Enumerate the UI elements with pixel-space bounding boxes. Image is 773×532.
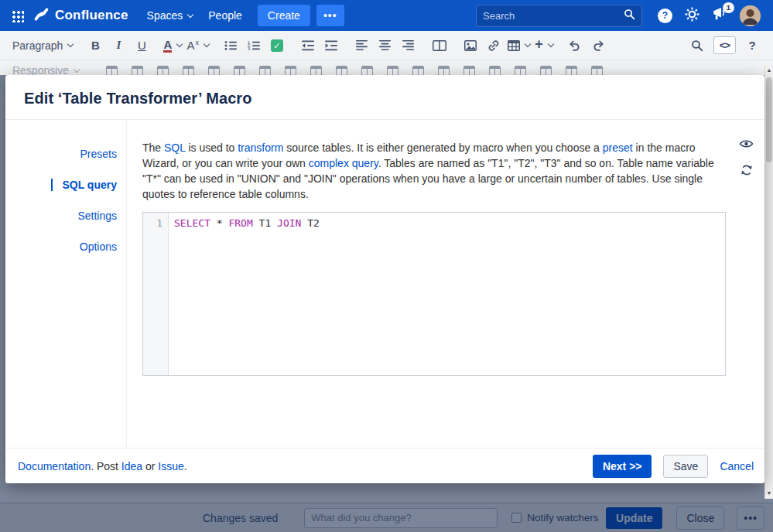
more-formatting-dropdown[interactable]: Ax bbox=[186, 36, 209, 56]
undo-button[interactable] bbox=[566, 36, 584, 56]
chevron-down-icon bbox=[67, 41, 74, 47]
preset-link[interactable]: preset bbox=[603, 142, 633, 154]
sql-text: T2 bbox=[301, 217, 319, 229]
description-text: is used to bbox=[186, 142, 238, 154]
footer-text: . bbox=[184, 460, 187, 472]
align-left-button[interactable] bbox=[353, 36, 371, 56]
task-list-button[interactable]: ✓ bbox=[268, 36, 286, 56]
line-number: 1 bbox=[156, 217, 162, 229]
editor-search-button[interactable] bbox=[688, 36, 706, 56]
transform-link[interactable]: transform bbox=[238, 142, 283, 154]
confluence-logo-icon bbox=[33, 6, 55, 26]
insert-files-button[interactable] bbox=[461, 36, 480, 56]
sidebar-item-sql-query[interactable]: SQL query bbox=[51, 179, 117, 191]
formatting-sup-icon: x bbox=[195, 39, 199, 46]
source-editor-toggle[interactable]: <> bbox=[713, 36, 736, 56]
italic-button[interactable]: I bbox=[109, 36, 128, 56]
insert-link-button[interactable] bbox=[484, 36, 503, 56]
chevron-down-icon bbox=[187, 11, 193, 17]
outdent-button[interactable] bbox=[299, 36, 317, 56]
footer-text: or bbox=[142, 460, 158, 472]
line-number-gutter: 1 bbox=[143, 213, 169, 375]
description-text: The bbox=[142, 142, 164, 154]
dialog-sidebar: Presets SQL query Settings Options bbox=[5, 120, 127, 448]
text-color-dropdown[interactable]: A bbox=[163, 36, 182, 56]
navbar-search[interactable] bbox=[476, 5, 642, 27]
chevron-down-icon bbox=[547, 41, 553, 47]
help-icon: ? bbox=[658, 9, 672, 23]
chevron-down-icon bbox=[176, 41, 183, 47]
save-button[interactable]: Save bbox=[663, 455, 708, 478]
sql-link[interactable]: SQL bbox=[164, 142, 186, 154]
cancel-button[interactable]: Cancel bbox=[720, 460, 754, 472]
confluence-page: Confluence Spaces People Create ••• ? bbox=[0, 0, 773, 532]
insert-table-dropdown[interactable] bbox=[508, 36, 530, 56]
apps-grid-icon[interactable] bbox=[11, 9, 24, 22]
scroll-up-arrow[interactable]: ▲ bbox=[765, 65, 773, 76]
confluence-home-link[interactable]: Confluence bbox=[33, 6, 128, 26]
dialog-side-tools bbox=[739, 138, 754, 191]
sql-text: T1 bbox=[253, 217, 277, 229]
text-color-icon: A bbox=[163, 39, 172, 53]
redo-button[interactable] bbox=[589, 36, 607, 56]
nav-more-button[interactable]: ••• bbox=[316, 5, 344, 26]
plus-icon: + bbox=[535, 36, 543, 53]
editor-toolbar: Paragraph B I U A Ax 1.2.3. bbox=[0, 31, 773, 60]
chevron-down-icon bbox=[74, 66, 80, 72]
issue-link[interactable]: Issue bbox=[158, 460, 183, 472]
source-editor-icon: <> bbox=[713, 36, 736, 54]
nav-spaces-dropdown[interactable]: Spaces bbox=[147, 9, 193, 22]
nav-people[interactable]: People bbox=[208, 9, 242, 22]
search-icon[interactable] bbox=[624, 9, 635, 23]
bold-button[interactable]: B bbox=[86, 36, 104, 56]
nav-people-label: People bbox=[208, 9, 242, 22]
scroll-thumb[interactable] bbox=[766, 77, 772, 162]
sql-keyword: FROM bbox=[228, 217, 252, 229]
documentation-link[interactable]: Documentation bbox=[18, 460, 91, 472]
sql-text: * bbox=[210, 217, 228, 229]
scroll-down-arrow[interactable]: ▼ bbox=[765, 488, 773, 499]
bullet-list-button[interactable] bbox=[221, 36, 240, 56]
user-avatar[interactable] bbox=[740, 5, 761, 26]
insert-more-dropdown[interactable]: + bbox=[535, 36, 553, 56]
editor-help-button[interactable]: ? bbox=[743, 36, 761, 56]
page-layout-button[interactable] bbox=[430, 36, 449, 56]
dialog-header: Edit ‘Table Transformer’ Macro bbox=[5, 75, 764, 120]
paragraph-style-dropdown[interactable]: Paragraph bbox=[9, 39, 76, 52]
nav-spaces-label: Spaces bbox=[147, 9, 183, 22]
refresh-button[interactable] bbox=[741, 164, 753, 179]
sidebar-item-presets[interactable]: Presets bbox=[80, 148, 117, 160]
idea-link[interactable]: Idea bbox=[121, 460, 142, 472]
create-button[interactable]: Create bbox=[258, 5, 310, 26]
sql-keyword: JOIN bbox=[277, 217, 301, 229]
footer-text: . bbox=[91, 460, 97, 472]
paragraph-style-label: Paragraph bbox=[12, 39, 63, 52]
dialog-content: The SQL is used to transform source tabl… bbox=[127, 120, 764, 448]
next-button[interactable]: Next >> bbox=[593, 455, 652, 478]
dialog-footer: Documentation. Post Idea or Issue. Next … bbox=[5, 448, 764, 483]
preview-eye-button[interactable] bbox=[739, 138, 754, 152]
complex-query-link[interactable]: complex query bbox=[309, 157, 378, 169]
dialog-body: Presets SQL query Settings Options The S… bbox=[5, 120, 764, 448]
sidebar-item-settings[interactable]: Settings bbox=[77, 210, 117, 222]
description-text: source tables. It is either generated by… bbox=[283, 142, 602, 154]
underline-button[interactable]: U bbox=[132, 36, 151, 56]
sql-code-line[interactable]: SELECT * FROM T1 JOIN T2 bbox=[169, 213, 725, 375]
gear-icon bbox=[685, 7, 699, 25]
settings-button[interactable] bbox=[685, 7, 699, 25]
indent-button[interactable] bbox=[322, 36, 340, 56]
numbered-list-button[interactable]: 1.2.3. bbox=[245, 36, 263, 56]
align-right-button[interactable] bbox=[399, 36, 418, 56]
align-center-button[interactable] bbox=[376, 36, 395, 56]
help-button[interactable]: ? bbox=[658, 9, 672, 23]
page-scrollbar[interactable]: ▲ ▼ bbox=[764, 65, 773, 499]
notifications-button[interactable]: 1 bbox=[712, 7, 727, 24]
chevron-down-icon bbox=[204, 41, 210, 47]
dialog-title: Edit ‘Table Transformer’ Macro bbox=[24, 90, 746, 107]
sidebar-item-options[interactable]: Options bbox=[80, 240, 117, 253]
search-input[interactable] bbox=[483, 10, 624, 22]
svg-text:3.: 3. bbox=[248, 46, 251, 51]
product-name: Confluence bbox=[55, 8, 128, 23]
sql-editor[interactable]: 1 SELECT * FROM T1 JOIN T2 bbox=[142, 212, 726, 376]
macro-description: The SQL is used to transform source tabl… bbox=[142, 140, 726, 202]
